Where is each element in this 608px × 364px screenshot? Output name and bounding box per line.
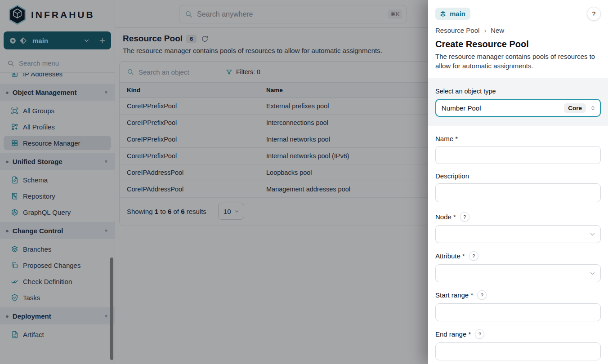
help-icon[interactable]: ?	[477, 290, 487, 300]
form-group-end-range: End range *?	[435, 329, 601, 360]
field-label-attribute: Attribute *	[435, 252, 465, 260]
form-group-name: Name *	[435, 135, 601, 164]
updown-chevron-icon	[590, 105, 596, 111]
chevron-down-icon	[589, 270, 596, 277]
drawer-backdrop[interactable]	[0, 0, 428, 364]
end-range-input[interactable]	[435, 342, 601, 360]
help-button[interactable]: ?	[587, 7, 601, 21]
core-badge: Core	[564, 103, 586, 113]
form-group-node: Node *?	[435, 212, 601, 243]
branch-badge[interactable]: main	[435, 8, 470, 20]
object-type-value: Number Pool	[442, 104, 560, 112]
start-range-input[interactable]	[435, 303, 601, 321]
field-label-description: Description	[435, 172, 469, 180]
object-type-section: Select an object type Number Pool Core	[428, 78, 608, 126]
chevron-down-icon	[589, 231, 596, 238]
field-label-node: Node *	[435, 213, 456, 221]
breadcrumb: Resource Pool › New	[435, 27, 601, 34]
field-label-end-range: End range *	[435, 330, 471, 338]
attribute-select[interactable]	[435, 264, 601, 282]
breadcrumb-separator-icon: ›	[484, 27, 486, 34]
drawer-title: Create Resource Pool	[435, 39, 601, 49]
help-icon[interactable]: ?	[460, 212, 469, 222]
help-icon[interactable]: ?	[469, 251, 478, 261]
object-type-label: Select an object type	[435, 88, 601, 95]
form-group-start-range: Start range *?	[435, 290, 601, 321]
help-icon[interactable]: ?	[475, 329, 484, 339]
breadcrumb-new: New	[491, 27, 504, 34]
form-group-description: Description	[435, 172, 601, 204]
breadcrumb-resource-pool[interactable]: Resource Pool	[435, 27, 479, 34]
object-type-select[interactable]: Number Pool Core	[435, 99, 601, 117]
field-label-name: Name *	[435, 135, 458, 142]
field-label-start-range: Start range *	[435, 291, 473, 299]
create-form: Name *DescriptionNode *?Attribute *?Star…	[428, 126, 608, 364]
form-group-attribute: Attribute *?	[435, 251, 601, 282]
name-input[interactable]	[435, 146, 601, 164]
create-resource-pool-drawer: main ? Resource Pool › New Create Resour…	[428, 0, 608, 364]
description-textarea[interactable]	[435, 183, 601, 202]
node-select[interactable]	[435, 225, 601, 243]
layers-icon	[439, 10, 447, 18]
drawer-description: The resource manager contains pools of r…	[435, 52, 601, 71]
